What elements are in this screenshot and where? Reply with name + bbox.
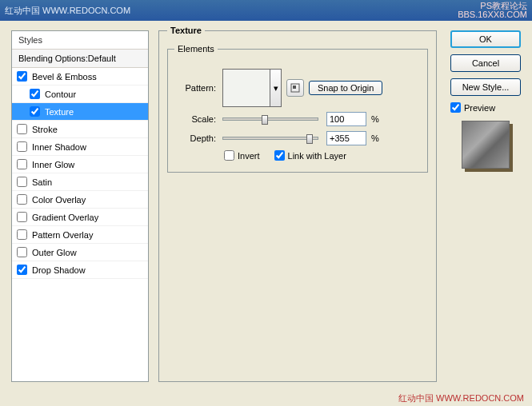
style-row-drop-shadow[interactable]: Drop Shadow [12, 261, 148, 279]
elements-fieldset: Elements Pattern: ▾ Snap to Origin Scale… [167, 49, 428, 173]
scale-input[interactable] [326, 112, 366, 126]
link-with-layer-label: Link with Layer [288, 151, 346, 161]
preview-thumbnail [462, 121, 510, 169]
link-with-layer-checkbox[interactable] [274, 150, 285, 161]
svg-rect-1 [293, 86, 296, 89]
preview-label: Preview [464, 103, 495, 113]
style-checkbox[interactable] [17, 265, 27, 275]
style-label: Texture [45, 107, 74, 117]
style-checkbox[interactable] [30, 89, 40, 99]
preview-checkbox[interactable] [450, 102, 461, 113]
ok-button[interactable]: OK [450, 30, 521, 48]
style-row-satin[interactable]: Satin [12, 173, 148, 191]
style-row-texture[interactable]: Texture [12, 103, 148, 121]
styles-list-panel: Styles Blending Options:Default Bevel & … [11, 30, 149, 382]
depth-label: Depth: [176, 133, 216, 143]
style-checkbox[interactable] [17, 229, 27, 240]
style-row-bevel-emboss[interactable]: Bevel & Emboss [12, 68, 148, 86]
right-button-panel: OK Cancel New Style... Preview [450, 30, 521, 172]
style-label: Drop Shadow [32, 265, 86, 275]
style-row-pattern-overlay[interactable]: Pattern Overlay [12, 226, 148, 244]
style-label: Stroke [32, 125, 58, 134]
preview-toggle: Preview [450, 102, 521, 113]
style-checkbox[interactable] [17, 212, 27, 222]
style-checkbox[interactable] [30, 106, 40, 117]
style-row-stroke[interactable]: Stroke [12, 121, 148, 138]
texture-settings-panel: Texture Elements Pattern: ▾ Snap to Orig… [158, 30, 437, 382]
style-label: Bevel & Emboss [32, 72, 97, 82]
style-label: Outer Glow [32, 248, 77, 257]
styles-header[interactable]: Styles [12, 31, 148, 50]
scale-label: Scale: [176, 114, 216, 124]
style-label: Pattern Overlay [32, 230, 93, 240]
style-label: Color Overlay [32, 195, 86, 205]
style-label: Satin [32, 177, 52, 187]
depth-row: Depth: % [176, 131, 419, 145]
pattern-label: Pattern: [176, 83, 216, 93]
pattern-dropdown-arrow[interactable]: ▾ [270, 69, 282, 107]
style-row-color-overlay[interactable]: Color Overlay [12, 191, 148, 209]
style-checkbox[interactable] [17, 141, 27, 152]
scale-row: Scale: % [176, 112, 419, 126]
checkbox-row: Invert Link with Layer [224, 150, 419, 161]
style-row-outer-glow[interactable]: Outer Glow [12, 244, 148, 261]
create-preset-icon[interactable] [286, 79, 304, 97]
scale-unit: % [371, 114, 379, 124]
snap-to-origin-button[interactable]: Snap to Origin [309, 81, 382, 95]
style-label: Inner Shadow [32, 142, 86, 152]
style-label: Contour [45, 90, 76, 99]
style-row-inner-glow[interactable]: Inner Glow [12, 156, 148, 173]
style-checkbox[interactable] [17, 159, 27, 169]
invert-label: Invert [238, 151, 260, 161]
style-checkbox[interactable] [17, 194, 27, 205]
invert-checkbox[interactable] [224, 150, 234, 161]
blending-options-header[interactable]: Blending Options:Default [12, 50, 148, 68]
depth-slider[interactable] [222, 137, 318, 140]
scale-slider[interactable] [222, 117, 318, 121]
title-bar: 红动中国 WWW.REDOCN.COM PS教程论坛BBS.16XX8.COM [0, 0, 532, 21]
watermark-right: PS教程论坛BBS.16XX8.COM [458, 2, 527, 19]
depth-unit: % [371, 133, 379, 143]
style-checkbox[interactable] [17, 247, 27, 257]
cancel-button[interactable]: Cancel [450, 54, 521, 72]
pattern-row: Pattern: ▾ Snap to Origin [176, 69, 419, 107]
pattern-swatch[interactable] [222, 69, 270, 107]
style-row-inner-shadow[interactable]: Inner Shadow [12, 138, 148, 156]
fieldset-legend: Elements [174, 44, 218, 54]
new-style-button[interactable]: New Style... [450, 78, 521, 96]
style-checkbox[interactable] [17, 71, 27, 82]
style-label: Inner Glow [32, 160, 74, 169]
style-checkbox[interactable] [17, 124, 27, 134]
style-row-contour[interactable]: Contour [12, 86, 148, 103]
footer-watermark: 红动中国 WWW.REDOCN.COM [398, 392, 524, 404]
style-label: Gradient Overlay [32, 213, 98, 222]
style-row-gradient-overlay[interactable]: Gradient Overlay [12, 209, 148, 226]
panel-title: Texture [167, 26, 205, 35]
title-text: 红动中国 WWW.REDOCN.COM [5, 5, 130, 17]
depth-input[interactable] [326, 131, 366, 145]
style-checkbox[interactable] [17, 177, 27, 187]
